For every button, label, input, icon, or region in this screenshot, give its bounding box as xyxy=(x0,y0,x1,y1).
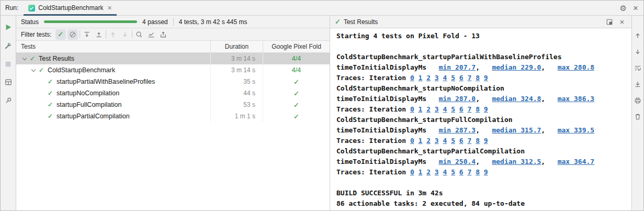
test-passed-icon: ✓ xyxy=(46,101,54,108)
iteration-link[interactable]: 0 xyxy=(410,168,414,176)
iteration-link[interactable]: 6 xyxy=(459,105,464,113)
median-trace-link[interactable]: median 315.7 xyxy=(492,126,541,134)
tree-row[interactable]: ✓startupPartialCompilation1 m 1 s✓ xyxy=(16,110,330,122)
console-text xyxy=(455,74,459,82)
divider xyxy=(132,30,132,38)
iteration-link[interactable]: 8 xyxy=(476,105,480,113)
float-window-icon[interactable] xyxy=(605,17,614,27)
expand-all-icon[interactable] xyxy=(82,29,92,40)
scroll-up-icon[interactable] xyxy=(632,30,643,41)
test-name-cell: ✓startupFullCompilation xyxy=(16,99,210,110)
iteration-link[interactable]: 2 xyxy=(426,105,431,113)
tree-row[interactable]: ✓ColdStartupBenchmark3 m 14 s4/4 xyxy=(16,64,330,76)
filter-tests-label: Filter tests: xyxy=(21,31,52,38)
min-trace-link[interactable]: min 250.4 xyxy=(439,158,476,165)
run-tab-bar: Run: ColdStartupBenchmark × ⚙ × xyxy=(1,1,643,16)
console-text: , xyxy=(541,126,557,134)
iteration-link[interactable]: 9 xyxy=(484,74,488,82)
console-line: Traces: Iteration 0 1 2 3 4 5 6 7 8 9 xyxy=(336,136,625,146)
run-label: Run: xyxy=(5,4,18,12)
console-text: 86 actionable tasks: 2 executed, 84 up-t… xyxy=(336,199,525,207)
median-trace-link[interactable]: median 229.0 xyxy=(492,63,541,71)
test-passed-icon: ✓ xyxy=(46,90,54,97)
chevron-down-icon[interactable] xyxy=(29,66,37,74)
iteration-link[interactable]: 2 xyxy=(426,168,431,176)
iteration-link[interactable]: 8 xyxy=(476,137,480,145)
console-text xyxy=(455,168,459,176)
column-header-device[interactable]: Google Pixel Fold xyxy=(263,41,330,52)
max-trace-link[interactable]: max 339.5 xyxy=(558,126,594,134)
iteration-link[interactable]: 8 xyxy=(476,168,480,176)
console-text xyxy=(455,105,459,113)
iteration-link[interactable]: 3 xyxy=(435,168,439,176)
test-progress-bar xyxy=(44,20,137,23)
iteration-link[interactable]: 3 xyxy=(435,74,439,82)
pin-icon[interactable] xyxy=(3,95,14,106)
median-trace-link[interactable]: median 324.8 xyxy=(492,95,541,103)
test-results-panel: Status 4 passed 4 tests, 3 m 42 s 445 ms… xyxy=(16,16,330,210)
iteration-link[interactable]: 3 xyxy=(435,137,439,145)
tab-coldstartupbenchmark[interactable]: ColdStartupBenchmark × xyxy=(24,1,116,15)
tab-close-icon[interactable]: × xyxy=(107,4,111,12)
export-test-results-icon[interactable] xyxy=(158,29,168,40)
iteration-link[interactable]: 6 xyxy=(459,168,464,176)
console-text xyxy=(471,168,476,176)
min-trace-link[interactable]: min 287.3 xyxy=(439,126,476,134)
iteration-link[interactable]: 5 xyxy=(451,168,455,176)
max-trace-link[interactable]: max 280.8 xyxy=(558,63,594,71)
soft-wrap-icon[interactable] xyxy=(632,63,643,73)
iteration-link[interactable]: 3 xyxy=(435,105,439,113)
iteration-link[interactable]: 8 xyxy=(476,74,480,82)
column-header-duration[interactable]: Duration xyxy=(210,41,263,52)
indent-spacer xyxy=(38,90,46,97)
clear-all-icon[interactable] xyxy=(632,112,643,122)
show-passed-icon[interactable]: ✓ xyxy=(55,29,66,40)
test-tree: ✓Test Results3 m 14 s4/4✓ColdStartupBenc… xyxy=(16,53,330,210)
layout-settings-icon[interactable] xyxy=(3,77,14,87)
chevron-down-icon[interactable] xyxy=(20,55,28,63)
tree-row[interactable]: ✓Test Results3 m 14 s4/4 xyxy=(16,53,330,64)
iteration-link[interactable]: 9 xyxy=(484,105,488,113)
iteration-link[interactable]: 6 xyxy=(459,137,464,145)
iteration-link[interactable]: 0 xyxy=(410,74,414,82)
rerun-tests-icon[interactable] xyxy=(3,22,14,32)
iteration-link[interactable]: 0 xyxy=(410,137,414,145)
min-trace-link[interactable]: min 207.7 xyxy=(439,63,476,71)
test-history-icon[interactable] xyxy=(134,29,144,40)
console-line xyxy=(336,177,625,188)
scroll-to-end-icon[interactable] xyxy=(632,79,643,90)
iteration-link[interactable]: 9 xyxy=(484,137,488,145)
iteration-link[interactable]: 5 xyxy=(451,74,455,82)
tree-row[interactable]: ✓startupFullCompilation53 s✓ xyxy=(16,99,330,110)
console-text: ColdStartupBenchmark_startupPartialCompi… xyxy=(336,147,525,155)
close-icon[interactable]: × xyxy=(633,4,638,13)
max-trace-link[interactable]: max 364.7 xyxy=(558,158,594,165)
median-trace-link[interactable]: median 312.5 xyxy=(492,158,541,165)
iteration-link[interactable]: 9 xyxy=(484,168,488,176)
collapse-all-icon[interactable] xyxy=(94,29,104,40)
iteration-link[interactable]: 5 xyxy=(451,105,455,113)
max-trace-link[interactable]: max 386.3 xyxy=(558,95,594,103)
test-duration: 1 m 1 s xyxy=(210,110,263,122)
min-trace-link[interactable]: min 287.0 xyxy=(439,95,476,103)
console-text: , xyxy=(476,63,492,71)
iteration-link[interactable]: 2 xyxy=(426,137,431,145)
iteration-link[interactable]: 5 xyxy=(451,137,455,145)
build-wrench-icon[interactable] xyxy=(3,40,14,51)
tree-row[interactable]: ✓startupPartialWithBaselineProfiles35 s✓ xyxy=(16,76,330,87)
iteration-link[interactable]: 2 xyxy=(426,74,431,82)
console-text xyxy=(414,74,419,82)
console-text: ColdStartupBenchmark_startupFullCompilat… xyxy=(336,116,513,124)
close-console-icon[interactable]: × xyxy=(617,17,627,27)
statistics-icon[interactable] xyxy=(146,29,156,40)
console-text: Traces: Iteration xyxy=(336,137,410,145)
iteration-link[interactable]: 6 xyxy=(459,74,464,82)
scroll-down-icon[interactable] xyxy=(632,47,643,57)
settings-gear-icon[interactable]: ⚙ xyxy=(620,4,627,12)
show-ignored-icon[interactable] xyxy=(67,29,78,40)
print-icon[interactable] xyxy=(632,95,643,106)
console-text: , xyxy=(541,63,557,71)
column-header-tests[interactable]: Tests xyxy=(16,41,210,52)
tree-row[interactable]: ✓startupNoCompilation44 s✓ xyxy=(16,87,330,99)
iteration-link[interactable]: 0 xyxy=(410,105,414,113)
